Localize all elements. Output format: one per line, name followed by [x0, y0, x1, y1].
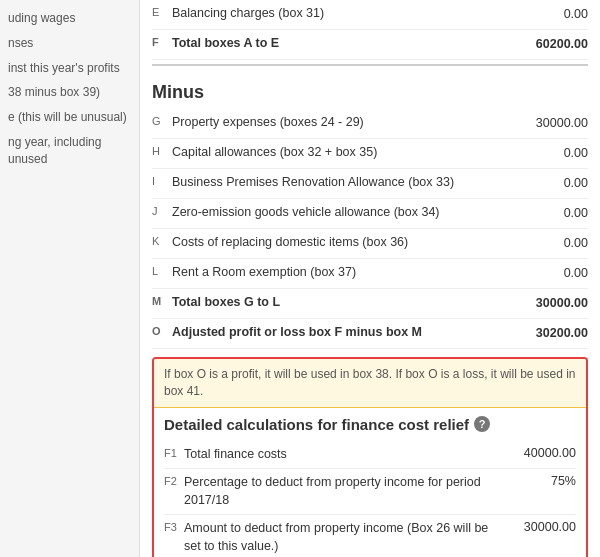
sidebar-item-2: nses	[8, 35, 131, 52]
row-f2: F2 Percentage to deduct from property in…	[164, 469, 576, 515]
row-f3-letter: F3	[164, 521, 178, 533]
row-m-letter: M	[152, 295, 166, 307]
row-f: F Total boxes A to E 60200.00	[152, 30, 588, 60]
left-sidebar: uding wages nses inst this year's profit…	[0, 0, 140, 557]
row-o-text: Adjusted profit or loss box F minus box …	[172, 324, 422, 342]
row-m-text: Total boxes G to L	[172, 294, 280, 312]
row-l-text: Rent a Room exemption (box 37)	[172, 264, 356, 282]
row-k-label: K Costs of replacing domestic items (box…	[152, 234, 508, 252]
row-j: J Zero-emission goods vehicle allowance …	[152, 199, 588, 229]
row-f2-text: Percentage to deduct from property incom…	[184, 474, 496, 509]
minus-section-title: Minus	[152, 70, 588, 109]
row-o: O Adjusted profit or loss box F minus bo…	[152, 319, 588, 349]
row-l-label: L Rent a Room exemption (box 37)	[152, 264, 508, 282]
row-j-label: J Zero-emission goods vehicle allowance …	[152, 204, 508, 222]
row-k-text: Costs of replacing domestic items (box 3…	[172, 234, 408, 252]
row-f3-text: Amount to deduct from property income (B…	[184, 520, 496, 555]
row-f-letter: F	[152, 36, 166, 48]
row-j-letter: J	[152, 205, 166, 217]
row-h-value: 0.00	[508, 144, 588, 160]
row-e: E Balancing charges (box 31) 0.00	[152, 0, 588, 30]
row-i-label: I Business Premises Renovation Allowance…	[152, 174, 508, 192]
sidebar-item-4: 38 minus box 39)	[8, 84, 131, 101]
row-f-label: F Total boxes A to E	[152, 35, 508, 53]
row-l-value: 0.00	[508, 264, 588, 280]
row-f3: F3 Amount to deduct from property income…	[164, 515, 576, 557]
row-f-text: Total boxes A to E	[172, 35, 279, 53]
row-g: G Property expenses (boxes 24 - 29) 3000…	[152, 109, 588, 139]
row-e-value: 0.00	[508, 5, 588, 21]
row-g-label: G Property expenses (boxes 24 - 29)	[152, 114, 508, 132]
row-f1-label: F1 Total finance costs	[164, 446, 496, 464]
row-i: I Business Premises Renovation Allowance…	[152, 169, 588, 199]
row-j-text: Zero-emission goods vehicle allowance (b…	[172, 204, 440, 222]
row-o-value: 30200.00	[508, 324, 588, 340]
row-m-label: M Total boxes G to L	[152, 294, 508, 312]
row-m: M Total boxes G to L 30000.00	[152, 289, 588, 319]
row-k-value: 0.00	[508, 234, 588, 250]
page-wrapper: uding wages nses inst this year's profit…	[0, 0, 600, 557]
row-h-text: Capital allowances (box 32 + box 35)	[172, 144, 377, 162]
row-f-value: 60200.00	[508, 35, 588, 51]
sidebar-item-1: uding wages	[8, 10, 131, 27]
row-f1-value: 40000.00	[496, 446, 576, 460]
row-m-value: 30000.00	[508, 294, 588, 310]
row-e-text: Balancing charges (box 31)	[172, 5, 324, 23]
row-l: L Rent a Room exemption (box 37) 0.00	[152, 259, 588, 289]
row-k: K Costs of replacing domestic items (box…	[152, 229, 588, 259]
row-h: H Capital allowances (box 32 + box 35) 0…	[152, 139, 588, 169]
row-g-text: Property expenses (boxes 24 - 29)	[172, 114, 364, 132]
row-o-label: O Adjusted profit or loss box F minus bo…	[152, 324, 508, 342]
row-i-letter: I	[152, 175, 166, 187]
row-f3-value: 30000.00	[496, 520, 576, 534]
row-i-value: 0.00	[508, 174, 588, 190]
row-f1: F1 Total finance costs 40000.00	[164, 441, 576, 470]
sidebar-item-5: e (this will be unusual)	[8, 109, 131, 126]
row-h-label: H Capital allowances (box 32 + box 35)	[152, 144, 508, 162]
row-h-letter: H	[152, 145, 166, 157]
row-k-letter: K	[152, 235, 166, 247]
sidebar-item-6: ng year, including unused	[8, 134, 131, 168]
row-o-letter: O	[152, 325, 166, 337]
row-f1-text: Total finance costs	[184, 446, 287, 464]
row-f1-letter: F1	[164, 447, 178, 459]
row-g-letter: G	[152, 115, 166, 127]
row-g-value: 30000.00	[508, 114, 588, 130]
row-e-letter: E	[152, 6, 166, 18]
row-j-value: 0.00	[508, 204, 588, 220]
row-f3-label: F3 Amount to deduct from property income…	[164, 520, 496, 555]
row-e-label: E Balancing charges (box 31)	[152, 5, 508, 23]
row-l-letter: L	[152, 265, 166, 277]
detail-title-text: Detailed calculations for finance cost r…	[164, 416, 469, 433]
row-f2-value: 75%	[496, 474, 576, 488]
info-banner: If box O is a profit, it will be used in…	[154, 359, 586, 408]
section-separator	[152, 64, 588, 66]
detail-section: Detailed calculations for finance cost r…	[154, 408, 586, 557]
highlight-box: If box O is a profit, it will be used in…	[152, 357, 588, 557]
detail-section-title: Detailed calculations for finance cost r…	[164, 416, 576, 433]
sidebar-item-3: inst this year's profits	[8, 60, 131, 77]
row-i-text: Business Premises Renovation Allowance (…	[172, 174, 454, 192]
row-f2-letter: F2	[164, 475, 178, 487]
main-content: E Balancing charges (box 31) 0.00 F Tota…	[140, 0, 600, 557]
row-f2-label: F2 Percentage to deduct from property in…	[164, 474, 496, 509]
help-icon[interactable]: ?	[474, 416, 490, 432]
